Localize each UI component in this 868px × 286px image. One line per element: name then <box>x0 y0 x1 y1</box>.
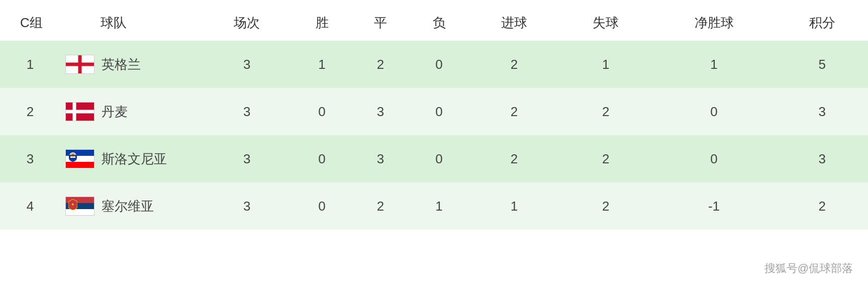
flag-slovenia <box>65 149 94 168</box>
win-header: 胜 <box>293 5 351 41</box>
gd-header: 净胜球 <box>651 5 776 41</box>
ga-cell: 2 <box>560 182 651 230</box>
flag-serbia: ✦ <box>65 197 94 216</box>
flag-denmark <box>65 102 94 121</box>
svg-point-4 <box>74 154 75 155</box>
table-header-row: C组 球队 场次 胜 平 负 进球 失球 净胜球 积分 <box>0 5 868 41</box>
team-name: 塞尔维亚 <box>102 198 154 215</box>
rank-cell: 4 <box>0 182 60 230</box>
win-cell: 0 <box>293 182 351 230</box>
played-header: 场次 <box>201 5 293 41</box>
loss-cell: 1 <box>410 182 468 230</box>
table-row: 4 ✦ 塞尔维亚 3 0 2 1 1 2 -1 2 <box>0 182 868 230</box>
gf-cell: 2 <box>468 41 560 88</box>
loss-header: 负 <box>410 5 468 41</box>
pts-cell: 5 <box>777 41 868 88</box>
team-name: 斯洛文尼亚 <box>102 150 167 168</box>
gf-cell: 1 <box>468 182 560 230</box>
team-cell: 斯洛文尼亚 <box>60 135 201 182</box>
team-header: 球队 <box>60 5 201 41</box>
rank-cell: 1 <box>0 41 60 88</box>
standings-table-container: C组 球队 场次 胜 平 负 进球 失球 净胜球 积分 1 英格兰 3 1 2 … <box>0 0 868 235</box>
rank-cell: 2 <box>0 88 60 135</box>
win-cell: 0 <box>293 88 351 135</box>
draw-cell: 2 <box>351 182 410 230</box>
gf-cell: 2 <box>468 135 560 182</box>
ga-cell: 1 <box>560 41 651 88</box>
team-cell: 丹麦 <box>60 88 201 135</box>
played-cell: 3 <box>201 41 293 88</box>
loss-cell: 0 <box>410 41 468 88</box>
ga-cell: 2 <box>560 88 651 135</box>
draw-cell: 3 <box>351 135 410 182</box>
rank-cell: 3 <box>0 135 60 182</box>
loss-cell: 0 <box>410 88 468 135</box>
flag-england <box>65 55 94 74</box>
table-row: 1 英格兰 3 1 2 0 2 1 1 5 <box>0 41 868 88</box>
gf-header: 进球 <box>468 5 560 41</box>
played-cell: 3 <box>201 135 293 182</box>
ga-header: 失球 <box>560 5 651 41</box>
pts-cell: 2 <box>777 182 868 230</box>
team-cell: ✦ 塞尔维亚 <box>60 182 201 230</box>
win-cell: 0 <box>293 135 351 182</box>
table-row: 2 丹麦 3 0 3 0 2 2 0 3 <box>0 88 868 135</box>
ga-cell: 2 <box>560 135 651 182</box>
gd-cell: 1 <box>651 41 776 88</box>
team-name: 丹麦 <box>102 103 128 121</box>
played-cell: 3 <box>201 182 293 230</box>
gf-cell: 2 <box>468 88 560 135</box>
pts-cell: 3 <box>777 88 868 135</box>
team-name: 英格兰 <box>102 56 141 73</box>
team-cell: 英格兰 <box>60 41 201 88</box>
pts-cell: 3 <box>777 135 868 182</box>
gd-cell: 0 <box>651 88 776 135</box>
gd-cell: -1 <box>651 182 776 230</box>
draw-cell: 3 <box>351 88 410 135</box>
group-header: C组 <box>0 5 60 41</box>
svg-text:✦: ✦ <box>71 202 75 207</box>
win-cell: 1 <box>293 41 351 88</box>
svg-rect-1 <box>70 155 75 156</box>
played-cell: 3 <box>201 88 293 135</box>
draw-header: 平 <box>351 5 410 41</box>
watermark: 搜狐号@侃球部落 <box>764 261 853 276</box>
table-row: 3 斯洛文尼亚 3 0 3 0 2 2 0 3 <box>0 135 868 182</box>
draw-cell: 2 <box>351 41 410 88</box>
pts-header: 积分 <box>777 5 868 41</box>
svg-point-3 <box>72 153 74 155</box>
loss-cell: 0 <box>410 135 468 182</box>
svg-point-2 <box>71 154 72 155</box>
gd-cell: 0 <box>651 135 776 182</box>
standings-table: C组 球队 场次 胜 平 负 进球 失球 净胜球 积分 1 英格兰 3 1 2 … <box>0 5 868 230</box>
